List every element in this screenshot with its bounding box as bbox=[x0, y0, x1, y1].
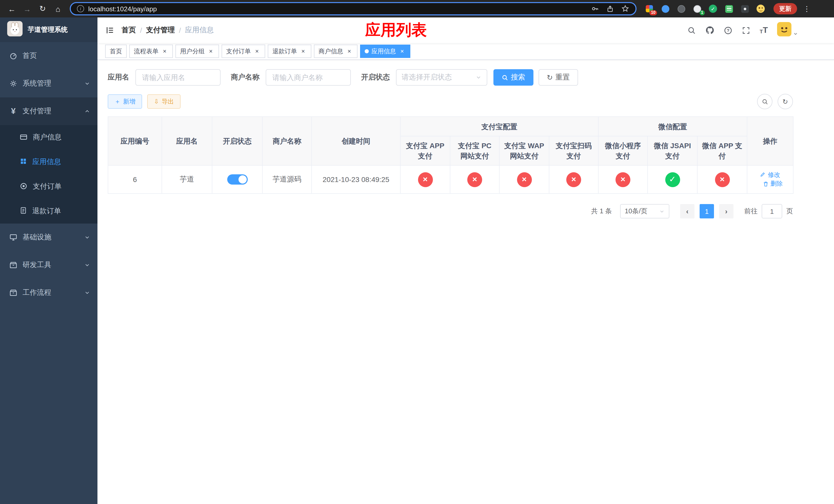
search-button[interactable]: 搜索 bbox=[493, 69, 533, 86]
tab-user-group[interactable]: 用户分组 × bbox=[175, 45, 219, 58]
tab-home[interactable]: 首页 bbox=[105, 45, 127, 58]
help-icon[interactable]: ? bbox=[724, 26, 732, 35]
logo-avatar bbox=[7, 21, 23, 39]
extension-pin-icon[interactable] bbox=[740, 4, 749, 13]
sidebar-item-home[interactable]: 首页 bbox=[0, 42, 97, 70]
cell-alipay-pc: × bbox=[450, 165, 499, 193]
tab-app-info[interactable]: 应用信息 × bbox=[360, 45, 410, 58]
app-name-input[interactable] bbox=[135, 69, 221, 86]
address-bar[interactable]: i localhost:1024/pay/app bbox=[70, 2, 637, 15]
tab-process-form[interactable]: 流程表单 × bbox=[129, 45, 173, 58]
sidebar-item-system[interactable]: 系统管理 bbox=[0, 70, 97, 97]
active-dot-icon bbox=[365, 49, 369, 53]
tab-merchant-info[interactable]: 商户信息 × bbox=[314, 45, 357, 58]
close-icon[interactable]: × bbox=[300, 48, 307, 55]
bookmark-star-icon[interactable] bbox=[621, 5, 629, 13]
page-size-select[interactable]: 10条/页 bbox=[620, 204, 670, 219]
close-icon[interactable]: × bbox=[207, 48, 214, 55]
refresh-table-button[interactable]: ↻ bbox=[777, 94, 793, 109]
extension-dark-icon[interactable] bbox=[677, 4, 686, 13]
edit-link[interactable]: 修改 bbox=[760, 170, 780, 179]
cell-id: 6 bbox=[108, 165, 162, 193]
sidebar-item-workflow[interactable]: 工作流程 bbox=[0, 279, 97, 306]
tab-label: 应用信息 bbox=[371, 47, 396, 55]
tab-payment-order[interactable]: 支付订单 × bbox=[222, 45, 265, 58]
extension-notes-icon[interactable] bbox=[724, 4, 733, 13]
group-header-alipay: 支付宝配置 bbox=[400, 117, 598, 136]
browser-reload-icon[interactable]: ↻ bbox=[36, 2, 49, 15]
col-header-wechat-jsapi: 微信 JSAPI 支付 bbox=[648, 136, 697, 165]
breadcrumb-payment[interactable]: 支付管理 bbox=[146, 26, 175, 35]
page-number-1[interactable]: 1 bbox=[700, 204, 714, 219]
sidebar-item-payment[interactable]: ¥ 支付管理 bbox=[0, 97, 97, 125]
reset-button[interactable]: ↻ 重置 bbox=[539, 69, 578, 86]
extension-blue-icon[interactable] bbox=[661, 4, 670, 13]
extension-check-icon[interactable]: ✓ bbox=[708, 4, 718, 13]
next-page-button[interactable]: › bbox=[719, 204, 733, 219]
merchant-name-input[interactable] bbox=[266, 69, 351, 86]
sidebar-item-devtools[interactable]: 研发工具 bbox=[0, 251, 97, 279]
col-header-merchant: 商户名称 bbox=[262, 117, 312, 165]
sidebar-item-label: 工作流程 bbox=[23, 288, 51, 297]
sidebar-menu: 首页 系统管理 ¥ 支付管理 bbox=[0, 42, 97, 504]
delete-link[interactable]: 删除 bbox=[763, 180, 783, 188]
sidebar-subitem-payment-order[interactable]: 支付订单 bbox=[0, 174, 97, 199]
breadcrumb-home[interactable]: 首页 bbox=[122, 26, 136, 35]
workflow-icon bbox=[9, 289, 18, 297]
tab-label: 首页 bbox=[110, 47, 122, 55]
sidebar-subitem-merchant-info[interactable]: 商户信息 bbox=[0, 125, 97, 150]
dashboard-icon bbox=[9, 52, 18, 60]
extension-grid-icon[interactable]: 10 bbox=[645, 4, 654, 13]
export-button[interactable]: ⇩ 导出 bbox=[147, 94, 180, 109]
browser-menu-icon[interactable]: ⋮ bbox=[803, 5, 810, 13]
browser-back-icon[interactable]: ← bbox=[5, 2, 19, 15]
hamburger-icon[interactable] bbox=[105, 26, 114, 35]
status-switch[interactable] bbox=[227, 174, 247, 185]
fullscreen-icon[interactable] bbox=[742, 26, 750, 35]
tab-refund-order[interactable]: 退款订单 × bbox=[268, 45, 311, 58]
add-button[interactable]: ＋ 新增 bbox=[108, 94, 142, 109]
prev-page-button[interactable]: ‹ bbox=[680, 204, 695, 219]
app-table: 应用编号 应用名 开启状态 商户名称 创建时间 支付宝配置 微信配置 操作 支付… bbox=[108, 116, 793, 194]
table-row: 6 芋道 芋道源码 2021-10-23 08:49:25 × × × × × … bbox=[108, 165, 793, 193]
notification-badge: 1 bbox=[699, 10, 705, 15]
caret-down-icon bbox=[793, 29, 798, 39]
share-icon[interactable] bbox=[606, 5, 614, 13]
github-icon[interactable] bbox=[705, 26, 715, 35]
user-menu[interactable] bbox=[777, 22, 798, 39]
sidebar-subitem-label: 商户信息 bbox=[33, 133, 62, 142]
site-info-icon[interactable]: i bbox=[77, 5, 84, 12]
edit-label: 修改 bbox=[768, 170, 780, 179]
sidebar-item-label: 首页 bbox=[23, 51, 37, 61]
close-icon[interactable]: × bbox=[346, 48, 353, 55]
close-icon[interactable]: × bbox=[398, 48, 406, 55]
url-text[interactable]: localhost:1024/pay/app bbox=[88, 5, 157, 13]
browser-home-icon[interactable]: ⌂ bbox=[51, 2, 65, 15]
top-navbar: 首页 / 支付管理 / 应用信息 应用列表 ? bbox=[97, 18, 834, 43]
close-icon[interactable]: × bbox=[161, 48, 168, 55]
show-search-button[interactable] bbox=[757, 94, 772, 109]
chevron-down-icon bbox=[476, 74, 482, 81]
logo-title: 芋道管理系统 bbox=[28, 25, 68, 35]
goto-page-input[interactable] bbox=[762, 204, 782, 219]
extension-notify-icon[interactable]: 1 bbox=[693, 4, 702, 13]
sidebar-subitem-label: 退款订单 bbox=[32, 207, 61, 216]
password-key-icon[interactable] bbox=[591, 5, 599, 13]
search-icon[interactable] bbox=[687, 26, 696, 35]
browser-forward-icon[interactable]: → bbox=[21, 2, 34, 15]
svg-text:?: ? bbox=[727, 28, 729, 33]
font-size-icon[interactable]: TT bbox=[760, 26, 768, 35]
extension-emoji-icon[interactable] bbox=[756, 4, 765, 13]
page-content: 应用名 商户名称 开启状态 请选择开启状态 搜索 bbox=[97, 60, 793, 219]
sidebar-subitem-refund-order[interactable]: 退款订单 bbox=[0, 199, 97, 224]
table-tools: ↻ bbox=[757, 94, 793, 109]
pagination: 共 1 条 10条/页 ‹ 1 › 前往 页 bbox=[108, 204, 793, 219]
tags-view: 首页 流程表单 × 用户分组 × 支付订单 × 退款订单 × bbox=[97, 43, 834, 60]
app-logo[interactable]: 芋道管理系统 bbox=[0, 18, 97, 42]
extensions-area: 10 1 ✓ bbox=[645, 4, 765, 13]
sidebar-item-infra[interactable]: 基础设施 bbox=[0, 224, 97, 251]
sidebar-subitem-app-info[interactable]: 应用信息 bbox=[0, 150, 97, 174]
status-select[interactable]: 请选择开启状态 bbox=[396, 69, 487, 86]
close-icon[interactable]: × bbox=[254, 48, 261, 55]
browser-update-button[interactable]: 更新 bbox=[773, 3, 797, 14]
